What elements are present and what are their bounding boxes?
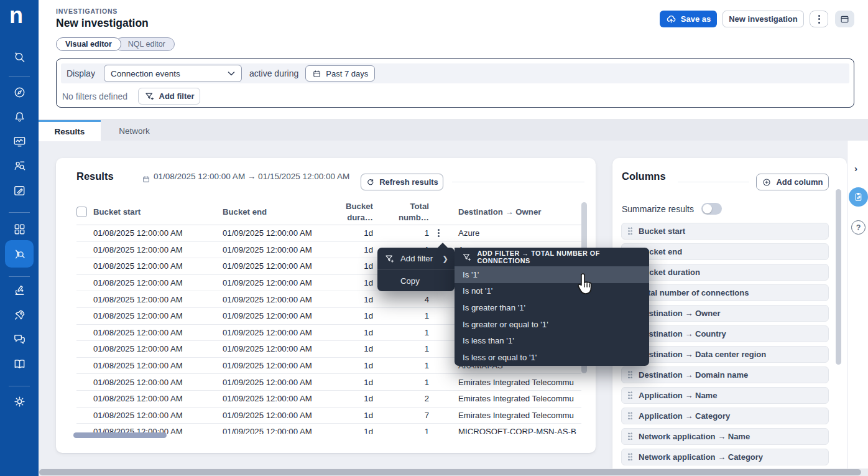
drag-handle-icon[interactable] — [628, 227, 632, 235]
drag-handle-icon[interactable] — [628, 371, 632, 379]
time-range-value: Past 7 days — [326, 69, 368, 78]
app-screen: n — [0, 0, 868, 476]
sidebar-divider — [9, 76, 30, 77]
ai-search-icon[interactable] — [0, 45, 39, 70]
col-header-total-number[interactable]: Total numb… — [373, 201, 429, 222]
compass-icon[interactable] — [0, 80, 39, 105]
column-item[interactable]: Destination → Domain name — [621, 366, 829, 383]
drag-handle-icon[interactable] — [628, 391, 632, 399]
column-item[interactable]: Bucket end — [621, 243, 829, 260]
context-menu-caret — [437, 243, 448, 248]
filter-plus-icon — [144, 91, 155, 101]
tab-results[interactable]: Results — [39, 120, 101, 141]
note-edit-icon[interactable] — [0, 178, 39, 203]
sidebar: n — [0, 0, 39, 476]
summarize-toggle[interactable] — [701, 203, 722, 215]
col-header-bucket-duration[interactable]: Bucket dura… — [336, 201, 373, 222]
save-as-label: Save as — [681, 14, 711, 24]
help-button[interactable]: ? — [851, 220, 866, 235]
time-range-button[interactable]: Past 7 days — [305, 65, 375, 82]
column-item[interactable]: Total number of connections — [621, 284, 829, 301]
annotate-button[interactable] — [849, 187, 868, 207]
activity-monitor-icon[interactable] — [0, 129, 39, 154]
add-filter-button[interactable]: Add filter — [138, 88, 200, 105]
columns-vertical-scrollbar[interactable] — [836, 189, 841, 365]
results-date-range: 01/08/2025 12:00:00 AM → 01/15/2025 12:0… — [154, 172, 349, 181]
submenu-item-less-equal[interactable]: Is less or equal to '1' — [455, 349, 649, 366]
new-investigation-button[interactable]: New investigation — [723, 11, 804, 27]
col-header-bucket-end[interactable]: Bucket end — [223, 207, 336, 217]
results-title: Results — [76, 170, 114, 182]
apps-grid-icon[interactable] — [0, 217, 39, 241]
add-column-button[interactable]: Add column — [756, 174, 829, 190]
rocket-icon[interactable] — [0, 302, 39, 327]
column-item[interactable]: Bucket duration — [621, 264, 829, 281]
results-horizontal-scrollbar[interactable] — [73, 432, 167, 438]
column-item[interactable]: Bucket start — [621, 223, 829, 240]
event-type-select[interactable]: Connection events — [104, 65, 242, 82]
columns-title: Columns — [622, 170, 666, 182]
select-all-checkbox[interactable] — [76, 207, 87, 217]
sidebar-divider — [9, 276, 30, 277]
collapse-panel-chevron-icon[interactable]: › — [854, 163, 857, 174]
submenu-item-less[interactable]: Is less than '1' — [455, 332, 649, 349]
filter-plus-icon — [384, 254, 395, 264]
clipboard-edit-icon — [853, 192, 864, 202]
column-item[interactable]: Network application → Category — [621, 449, 829, 465]
drag-handle-icon[interactable] — [628, 453, 632, 461]
column-item[interactable]: Application → Name — [621, 387, 829, 404]
col-header-bucket-start[interactable]: Bucket start — [93, 207, 223, 217]
tab-nql-editor[interactable]: NQL editor — [115, 37, 175, 51]
lab-icon[interactable] — [0, 278, 39, 302]
page-title: New investigation — [56, 17, 149, 30]
results-table-header: Bucket start Bucket end Bucket dura… Tot… — [76, 199, 581, 225]
table-row[interactable]: 01/08/2025 12:00:00 AM01/09/2025 12:00:0… — [76, 391, 581, 408]
bell-icon[interactable] — [0, 105, 39, 129]
menu-item-add-filter[interactable]: Add filter ❯ — [377, 248, 455, 269]
sidebar-divider — [9, 386, 30, 386]
query-builder: Display Connection events active during … — [56, 58, 854, 108]
column-item[interactable]: Application → Category — [621, 408, 829, 424]
layout-panel-button[interactable] — [835, 11, 854, 27]
save-as-button[interactable]: Save as — [660, 11, 717, 27]
submenu-item-is-not[interactable]: Is not '1' — [455, 283, 649, 300]
chat-icon[interactable] — [0, 327, 39, 352]
filter-plus-icon — [462, 253, 471, 262]
drag-handle-icon[interactable] — [628, 412, 632, 420]
more-options-button[interactable] — [810, 11, 828, 27]
menu-item-copy[interactable]: Copy — [377, 269, 455, 291]
user-audit-icon[interactable] — [0, 153, 39, 178]
docs-icon[interactable] — [0, 352, 39, 376]
columns-divider — [678, 182, 749, 182]
kebab-icon — [818, 15, 820, 24]
traffic-search-icon[interactable] — [5, 240, 34, 268]
table-row[interactable]: 01/08/2025 12:00:00 AM01/09/2025 12:00:0… — [76, 374, 581, 391]
tab-visual-editor[interactable]: Visual editor — [56, 37, 121, 51]
plus-circle-icon — [762, 177, 772, 187]
chevron-down-icon — [228, 71, 235, 76]
toggle-knob — [703, 204, 712, 213]
brand-logo[interactable]: n — [9, 2, 23, 29]
summarize-row: Summarize results — [622, 203, 722, 215]
submenu-item-greater[interactable]: Is greater than '1' — [455, 299, 649, 316]
column-item[interactable]: Destination → Owner — [621, 305, 829, 322]
submenu-item-is[interactable]: Is '1' — [455, 266, 649, 283]
page-header: INVESTIGATIONS New investigation Visual … — [39, 0, 868, 119]
settings-gear-icon[interactable] — [0, 389, 39, 414]
tab-network[interactable]: Network — [101, 120, 168, 141]
submenu-header: ADD FILTER → TOTAL NUMBER OF CONNECTIONS — [455, 248, 649, 266]
column-item[interactable]: Network application → Name — [621, 428, 829, 445]
column-item[interactable]: Destination → Data center region — [621, 346, 829, 363]
column-item[interactable]: Destination → Country — [621, 325, 829, 342]
submenu-item-greater-equal[interactable]: Is greater or equal to '1' — [455, 316, 649, 333]
drag-handle-icon[interactable] — [628, 432, 632, 441]
row-kebab-icon[interactable] — [438, 229, 440, 237]
refresh-icon — [366, 177, 375, 187]
page-horizontal-scrollbar[interactable] — [39, 469, 861, 475]
refresh-results-button[interactable]: Refresh results — [361, 174, 443, 190]
table-row[interactable]: 01/08/2025 12:00:00 AM01/09/2025 12:00:0… — [76, 408, 581, 424]
sidebar-divider — [9, 212, 30, 213]
col-header-destination-owner[interactable]: Destination → Owner — [448, 207, 581, 217]
table-row[interactable]: 01/08/2025 12:00:00 AM 01/09/2025 12:00:… — [76, 225, 581, 242]
calendar-icon — [312, 69, 321, 78]
